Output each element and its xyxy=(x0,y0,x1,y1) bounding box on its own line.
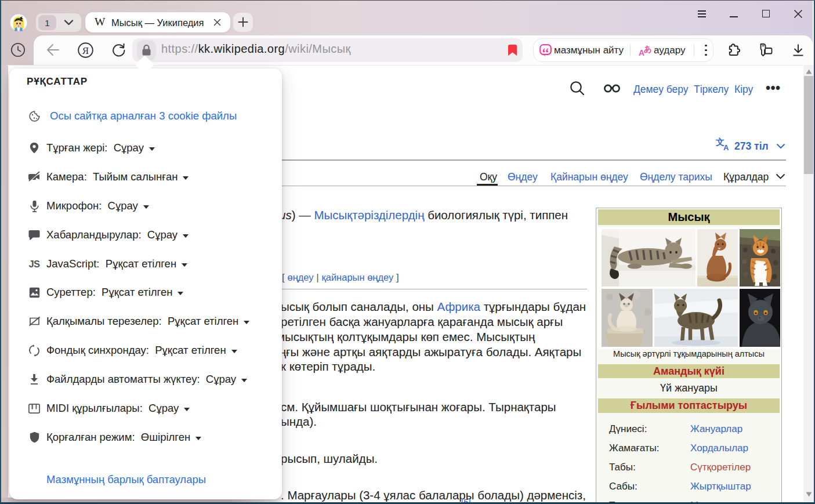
svg-text:A: A xyxy=(723,143,729,151)
svg-text:Я: Я xyxy=(82,45,89,56)
svg-text:あ: あ xyxy=(644,45,652,53)
